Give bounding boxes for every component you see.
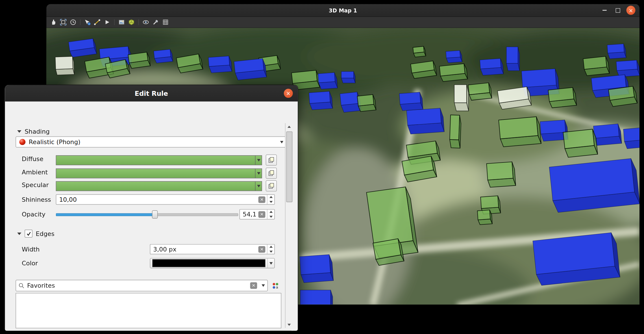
shading-type-combobox[interactable]: Realistic (Phong) [16, 136, 287, 148]
building [623, 127, 639, 149]
arrow-down-icon [269, 251, 273, 253]
favorites-filter-combobox[interactable]: Favorites × [16, 280, 268, 291]
map-window-titlebar[interactable]: 3D Map 1 × [46, 4, 639, 17]
scroll-up-button[interactable] [286, 123, 293, 130]
building [300, 290, 333, 305]
opacity-spin-arrows[interactable] [267, 210, 274, 219]
ambient-color-ramp-button[interactable] [56, 168, 262, 178]
edges-checkbox[interactable] [25, 230, 32, 238]
scroll-down-button[interactable] [286, 321, 293, 328]
diffuse-data-defined-button[interactable] [266, 155, 277, 166]
building [607, 44, 626, 59]
maximize-button[interactable] [613, 6, 622, 15]
toolbar-separator [114, 19, 114, 25]
edge-color-button[interactable] [150, 258, 275, 268]
specular-row [56, 180, 277, 191]
toolbar-separator [80, 19, 80, 25]
clear-icon[interactable]: × [258, 196, 266, 203]
specular-ramp-dropdown[interactable] [255, 181, 262, 190]
style-manager-icon: a [272, 282, 279, 289]
search-icon [18, 283, 24, 288]
shading-type-value: Realistic (Phong) [29, 138, 80, 146]
opacity-value: 54,1 [243, 211, 258, 218]
toolbar-separator [138, 19, 139, 25]
dialog-scrollbar[interactable] [285, 123, 293, 328]
specular-color-ramp-button[interactable] [56, 181, 262, 191]
edge-color-dropdown[interactable] [267, 259, 275, 268]
settings-grid-icon[interactable] [162, 18, 169, 26]
spin-up-button[interactable] [267, 195, 275, 199]
camera-view-icon[interactable] [142, 18, 149, 26]
specular-data-defined-button[interactable] [266, 180, 277, 191]
shininess-spinbox[interactable]: 10,00 × [56, 194, 275, 205]
building [468, 83, 492, 100]
diffuse-ramp-dropdown[interactable] [255, 155, 262, 164]
animation-clock-icon[interactable] [69, 18, 77, 26]
ambient-data-defined-button[interactable] [266, 168, 277, 179]
collapse-arrow-icon [17, 130, 21, 133]
play-icon[interactable] [103, 18, 111, 26]
window-close-button[interactable]: × [626, 6, 635, 15]
width-spin-arrows[interactable] [267, 244, 274, 254]
diffuse-color-ramp-button[interactable] [56, 155, 262, 165]
spin-down-button[interactable] [267, 214, 275, 219]
symbol-list[interactable] [16, 293, 281, 328]
scrollbar-thumb[interactable] [286, 131, 292, 202]
shading-group-header[interactable]: Shading [17, 128, 50, 135]
shininess-label: Shininess [22, 196, 51, 203]
minimize-button[interactable] [600, 6, 609, 15]
building [373, 238, 404, 266]
data-defined-override-icon [268, 183, 275, 189]
diffuse-row [56, 155, 277, 166]
chevron-down-icon [257, 159, 260, 161]
style-manager-button[interactable]: a [270, 281, 280, 291]
export-3d-icon[interactable] [128, 18, 135, 26]
edges-group-label: Edges [36, 230, 55, 237]
slider-handle[interactable] [152, 210, 158, 218]
building [208, 56, 232, 73]
map-toolbar: i [46, 17, 639, 28]
building [506, 47, 520, 71]
measure-line-icon[interactable] [94, 18, 101, 26]
building [128, 52, 150, 69]
building [454, 85, 469, 111]
building [341, 71, 355, 83]
ambient-ramp-dropdown[interactable] [255, 169, 262, 178]
opacity-label: Opacity [22, 211, 45, 218]
opacity-slider[interactable] [56, 210, 238, 218]
specular-ramp-swatch [56, 181, 255, 190]
spin-up-button[interactable] [267, 244, 275, 249]
clear-icon[interactable]: × [250, 282, 257, 289]
pan-icon[interactable] [50, 18, 57, 26]
clear-icon[interactable]: × [258, 246, 266, 252]
dialog-body: Shading Realistic (Phong) Diffuse Ambien… [5, 101, 298, 331]
edge-color-swatch [152, 259, 265, 267]
shininess-spin-arrows[interactable] [267, 195, 274, 204]
building [234, 58, 266, 80]
arrow-up-icon [269, 246, 273, 248]
spin-down-button[interactable] [267, 249, 275, 254]
dialog-titlebar[interactable]: Edit Rule × [5, 85, 298, 101]
building [411, 61, 437, 79]
arrow-down-icon [269, 201, 273, 203]
favorites-filter-value: Favorites [27, 282, 247, 289]
svg-text:i: i [89, 23, 89, 25]
zoom-full-icon[interactable] [60, 18, 67, 26]
building [497, 86, 531, 110]
clear-icon[interactable]: × [258, 211, 266, 218]
diffuse-label: Diffuse [22, 155, 43, 163]
identify-icon[interactable]: i [84, 18, 91, 26]
building [533, 232, 620, 286]
save-image-icon[interactable] [118, 18, 125, 26]
phong-sphere-icon [19, 139, 25, 145]
dialog-close-button[interactable]: × [284, 89, 293, 98]
building [406, 108, 444, 134]
spin-up-button[interactable] [267, 210, 275, 214]
opacity-spinbox[interactable]: 54,1 × [240, 209, 275, 219]
spin-down-button[interactable] [267, 199, 275, 204]
building [318, 72, 338, 89]
configure-icon[interactable] [152, 18, 159, 26]
edges-group-header[interactable]: Edges [17, 230, 55, 238]
color-label: Color [22, 260, 38, 267]
edge-width-spinbox[interactable]: 3,00 px × [150, 244, 275, 254]
